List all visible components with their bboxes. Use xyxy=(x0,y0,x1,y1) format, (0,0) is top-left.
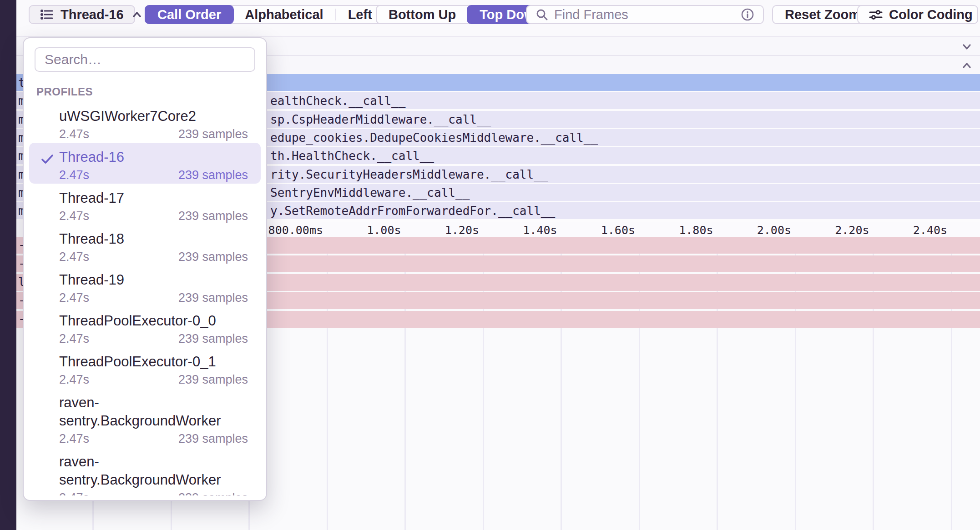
profile-item-4[interactable]: Thread-192.47s239 samples xyxy=(29,265,261,306)
profile-meta: 2.47s239 samples xyxy=(59,289,248,306)
axis-tick-label: 2.40s xyxy=(913,224,947,237)
profile-meta: 2.47s239 samples xyxy=(59,166,248,184)
profile-name: ThreadPoolExecutor-0_1 xyxy=(59,353,248,371)
axis-tick-label: 2.00s xyxy=(757,224,791,237)
profile-samples: 239 samples xyxy=(178,330,248,347)
profile-duration: 2.47s xyxy=(59,330,89,347)
reset-zoom-label: Reset Zoom xyxy=(785,7,860,22)
find-frames-input[interactable]: Find Frames xyxy=(526,5,764,24)
profile-name: Thread-16 xyxy=(59,148,248,166)
profile-item-3[interactable]: Thread-182.47s239 samples xyxy=(29,225,261,265)
profile-name: Thread-17 xyxy=(59,189,248,207)
profile-duration: 2.47s xyxy=(59,430,89,447)
profiles-section-label: PROFILES xyxy=(36,85,253,98)
axis-tick-label: 2.20s xyxy=(835,224,869,237)
profile-name: ThreadPoolExecutor-0_0 xyxy=(59,312,248,330)
profile-duration: 2.47s xyxy=(59,125,89,143)
profile-item-5[interactable]: ThreadPoolExecutor-0_02.47s239 samples xyxy=(29,306,261,347)
profile-samples: 239 samples xyxy=(178,489,248,495)
flame-row-label: rity.SecurityHeadersMiddleware.__call__ xyxy=(270,168,548,181)
flame-row-label: SentryEnvMiddleware.__call__ xyxy=(270,186,470,200)
profile-meta: 2.47s239 samples xyxy=(59,371,248,388)
profile-item-1[interactable]: Thread-162.47s239 samples xyxy=(29,143,261,184)
axis-tick-label: 1.60s xyxy=(601,224,635,237)
profile-duration: 2.47s xyxy=(59,207,89,225)
axis-tick-label: 1.80s xyxy=(679,224,713,237)
color-coding-label: Color Coding xyxy=(889,7,973,22)
profile-meta: 2.47s239 samples xyxy=(59,330,248,347)
profile-item-8[interactable]: raven-sentry.BackgroundWorker2.47s239 sa… xyxy=(29,447,261,495)
profile-name: raven-sentry.BackgroundWorker xyxy=(59,394,248,430)
search-icon xyxy=(535,8,549,21)
sliders-icon xyxy=(868,8,884,21)
profile-meta: 2.47s239 samples xyxy=(59,207,248,225)
profile-name: uWSGIWorker7Core2 xyxy=(59,107,248,125)
profile-samples: 239 samples xyxy=(178,125,248,143)
profile-samples: 239 samples xyxy=(178,166,248,184)
chevron-down-icon xyxy=(978,8,980,21)
flame-row-label: th.HealthCheck.__call__ xyxy=(270,149,434,163)
flame-row-label: y.SetRemoteAddrFromForwardedFor.__call__ xyxy=(270,204,555,218)
profile-item-6[interactable]: ThreadPoolExecutor-0_12.47s239 samples xyxy=(29,347,261,388)
chevron-up-icon xyxy=(130,8,144,21)
flame-row-label: ealthCheck.__call__ xyxy=(270,94,405,108)
profile-duration: 2.47s xyxy=(59,489,89,495)
axis-tick-label: 1.20s xyxy=(445,224,479,237)
profile-samples: 239 samples xyxy=(178,289,248,306)
chevron-up-icon[interactable] xyxy=(960,59,974,72)
profile-name: Thread-19 xyxy=(59,271,248,289)
dropdown-search-input[interactable]: Search… xyxy=(35,47,255,72)
direction-option-bottom-up[interactable]: Bottom Up xyxy=(377,6,468,23)
info-icon[interactable] xyxy=(740,7,755,22)
dropdown-search-placeholder: Search… xyxy=(45,52,101,67)
color-coding-button[interactable]: Color Coding xyxy=(857,5,978,24)
profile-samples: 239 samples xyxy=(178,248,248,265)
left-nav-strip xyxy=(0,0,16,530)
axis-tick-label: 1.00s xyxy=(367,224,401,237)
axis-tick-label: 800.00ms xyxy=(268,224,323,237)
chevron-down-icon[interactable] xyxy=(960,40,974,54)
profile-item-7[interactable]: raven-sentry.BackgroundWorker2.47s239 sa… xyxy=(29,388,261,447)
flame-row-label: edupe_cookies.DedupeCookiesMiddleware.__… xyxy=(270,131,598,145)
profile-samples: 239 samples xyxy=(178,430,248,447)
profile-meta: 2.47s239 samples xyxy=(59,248,248,265)
toolbar: Thread-16 Call OrderAlphabeticalLeft Hea… xyxy=(16,0,980,36)
profile-name: raven-sentry.BackgroundWorker xyxy=(59,453,248,489)
checkmark-icon xyxy=(39,151,56,167)
sort-option-alphabetical[interactable]: Alphabetical xyxy=(233,6,335,23)
profile-list: uWSGIWorker7Core22.47s239 samplesThread-… xyxy=(24,102,266,495)
profile-samples: 239 samples xyxy=(178,371,248,388)
axis-tick-label: 1.40s xyxy=(523,224,557,237)
profile-duration: 2.47s xyxy=(59,289,89,306)
profile-name: Thread-18 xyxy=(59,230,248,248)
profile-meta: 2.47s239 samples xyxy=(59,489,248,495)
list-icon xyxy=(40,7,54,22)
sort-option-call-order[interactable]: Call Order xyxy=(145,5,234,24)
profile-item-0[interactable]: uWSGIWorker7Core22.47s239 samples xyxy=(29,102,261,143)
profile-duration: 2.47s xyxy=(59,166,89,184)
profile-duration: 2.47s xyxy=(59,248,89,265)
thread-selector-label: Thread-16 xyxy=(61,7,124,22)
flame-row-label: sp.CspHeaderMiddleware.__call__ xyxy=(270,113,491,126)
profile-item-2[interactable]: Thread-172.47s239 samples xyxy=(29,184,261,225)
find-frames-placeholder: Find Frames xyxy=(554,7,735,22)
profile-meta: 2.47s239 samples xyxy=(59,125,248,143)
profile-duration: 2.47s xyxy=(59,371,89,388)
thread-dropdown-panel: Search… PROFILES uWSGIWorker7Core22.47s2… xyxy=(23,37,267,501)
profile-meta: 2.47s239 samples xyxy=(59,430,248,447)
profile-samples: 239 samples xyxy=(178,207,248,225)
thread-selector-button[interactable]: Thread-16 xyxy=(29,5,135,24)
